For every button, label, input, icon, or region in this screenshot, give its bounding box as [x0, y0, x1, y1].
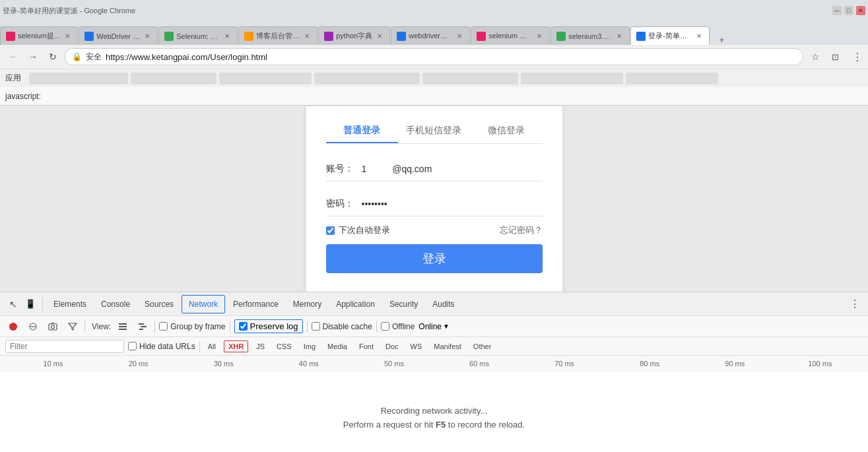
filter-media[interactable]: Media	[323, 341, 351, 352]
account-input[interactable]	[359, 162, 543, 176]
tab-login[interactable]: 登录-简单好... ✕	[630, 26, 710, 45]
bookmark-item[interactable]	[131, 73, 217, 84]
tab-wechat-login[interactable]: 微信登录	[470, 119, 542, 143]
refresh-button[interactable]: ↻	[45, 49, 61, 65]
filter-xhr[interactable]: XHR	[224, 340, 248, 352]
tab-close[interactable]: ✕	[143, 32, 152, 41]
devtools-tab-application[interactable]: Application	[329, 295, 382, 313]
tab-close[interactable]: ✕	[535, 32, 544, 41]
tab-normal-login[interactable]: 普通登录	[326, 119, 398, 143]
devtools-tab-network[interactable]: Network	[182, 295, 225, 313]
filter-manifest[interactable]: Manifest	[430, 341, 465, 352]
throttle-dropdown[interactable]: Online ▼	[418, 322, 450, 331]
screenshot-button[interactable]	[45, 319, 61, 335]
filter-css[interactable]: CSS	[273, 341, 296, 352]
devtools-tab-memory[interactable]: Memory	[286, 295, 328, 313]
devtools-tab-performance[interactable]: Performance	[226, 295, 285, 313]
filter-font[interactable]: Font	[355, 341, 378, 352]
offline-label[interactable]: Offline	[381, 322, 415, 331]
password-field-row: 密码：	[326, 192, 543, 216]
tab-selenium2[interactable]: Selenium: T... ✕	[158, 26, 238, 45]
bookmark-item[interactable]	[521, 73, 623, 84]
close-button[interactable]: ✕	[856, 6, 865, 15]
remember-checkbox[interactable]	[326, 226, 335, 235]
tab-selenium3[interactable]: selenium 搜... ✕	[471, 26, 550, 45]
bookmark-item[interactable]	[314, 73, 420, 84]
bookmark-star-button[interactable]: ☆	[807, 49, 823, 65]
tab-close[interactable]: ✕	[302, 32, 312, 41]
disable-cache-label[interactable]: Disable cache	[312, 322, 372, 331]
tab-close[interactable]: ✕	[222, 32, 232, 41]
maximize-button[interactable]: □	[844, 6, 853, 15]
tab-selenium37[interactable]: selenium3.7... ✕	[551, 26, 630, 45]
filter-js[interactable]: JS	[252, 341, 269, 352]
clear-button[interactable]	[25, 319, 41, 335]
bookmark-item[interactable]	[29, 73, 128, 84]
login-tabs: 普通登录 手机短信登录 微信登录	[326, 119, 543, 144]
disable-cache-checkbox[interactable]	[312, 322, 320, 331]
devtools: ↖ 📱 Elements Console Sources Network Per…	[0, 292, 868, 452]
offline-checkbox[interactable]	[381, 322, 389, 331]
filter-doc[interactable]: Doc	[382, 341, 403, 352]
record-button[interactable]	[5, 319, 21, 335]
tab-webdriver[interactable]: WebDriver E... ✕	[79, 26, 158, 45]
address-input-wrap[interactable]: 🔒 安全 https://www.ketangpai.com/User/logi…	[65, 48, 803, 65]
tab-close[interactable]: ✕	[615, 32, 624, 41]
shortcut-key: F5	[436, 420, 446, 430]
devtools-device-icon[interactable]: 📱	[22, 296, 38, 312]
group-by-frame-checkbox[interactable]	[159, 322, 168, 331]
list-view-button[interactable]	[115, 319, 131, 335]
preserve-log-label[interactable]: Preserve log	[234, 319, 303, 333]
filter-all[interactable]: All	[204, 341, 220, 352]
tab-sms-login[interactable]: 手机短信登录	[398, 119, 470, 143]
waterfall-view-button[interactable]	[135, 319, 150, 335]
login-button[interactable]: 登录	[326, 244, 543, 273]
secure-icon: 🔒	[72, 52, 82, 61]
filter-icon[interactable]	[65, 319, 81, 335]
devtools-tab-sources[interactable]: Sources	[138, 295, 180, 313]
hide-data-urls-label[interactable]: Hide data URLs	[128, 342, 195, 351]
tab-blog[interactable]: 博客后台管理... ✕	[238, 26, 317, 45]
bookmark-item[interactable]	[626, 73, 718, 84]
filter-ws[interactable]: WS	[407, 341, 426, 352]
minimize-button[interactable]: ─	[832, 6, 842, 15]
tab-close[interactable]: ✕	[694, 32, 704, 41]
tab-close[interactable]: ✕	[375, 32, 384, 41]
bookmark-item[interactable]	[219, 73, 312, 84]
devtools-inspect-icon[interactable]: ↖	[5, 296, 21, 312]
cast-button[interactable]: ⊡	[827, 49, 843, 65]
address-text[interactable]: https://www.ketangpai.com/User/login.htm…	[106, 52, 796, 62]
password-input[interactable]	[359, 197, 543, 210]
devtools-tab-security[interactable]: Security	[383, 295, 424, 313]
hide-data-urls-checkbox[interactable]	[128, 342, 137, 350]
preserve-log-checkbox[interactable]	[239, 322, 248, 331]
forgot-link[interactable]: 忘记密码？	[500, 224, 543, 236]
back-button[interactable]: ←	[5, 49, 21, 65]
devtools-tab-elements[interactable]: Elements	[47, 295, 93, 313]
bookmark-item[interactable]	[422, 73, 518, 84]
tab-close[interactable]: ✕	[63, 32, 72, 41]
group-by-frame-label[interactable]: Group by frame	[159, 322, 225, 331]
remember-label[interactable]: 下次自动登录	[326, 224, 390, 236]
filter-img[interactable]: Img	[300, 341, 319, 352]
timeline-tick-20ms: 20 ms	[96, 360, 181, 368]
main-content: javascript: 普通登录 手机短信登录 微信登录	[0, 87, 868, 292]
filter-input[interactable]	[5, 340, 124, 353]
tab-webdriver2[interactable]: webdriver中... ✕	[391, 26, 470, 45]
new-tab-button[interactable]: +	[712, 35, 731, 45]
login-card: 普通登录 手机短信登录 微信登录 账号： 密码：	[306, 106, 563, 292]
menu-button[interactable]: ⋮	[852, 51, 863, 63]
tab-close[interactable]: ✕	[455, 32, 464, 41]
devtools-tab-console[interactable]: Console	[94, 295, 137, 313]
recording-text: Recording network activity...	[381, 406, 488, 416]
tab-python[interactable]: python字典 ✕	[318, 26, 390, 45]
tab-favicon	[556, 32, 566, 41]
devtools-tab-audits[interactable]: Audits	[426, 295, 461, 313]
timeline-tick-90ms: 90 ms	[692, 360, 778, 368]
devtools-more-tabs[interactable]: ⋮	[847, 296, 863, 312]
tab-selenium1[interactable]: selenium提... ✕	[0, 26, 78, 45]
timeline-bar: 10 ms 20 ms 30 ms 40 ms 50 ms 60 ms 70 m…	[0, 356, 868, 371]
filter-other[interactable]: Other	[469, 341, 496, 352]
forward-button[interactable]: →	[25, 49, 41, 65]
view-label: View:	[92, 322, 111, 331]
